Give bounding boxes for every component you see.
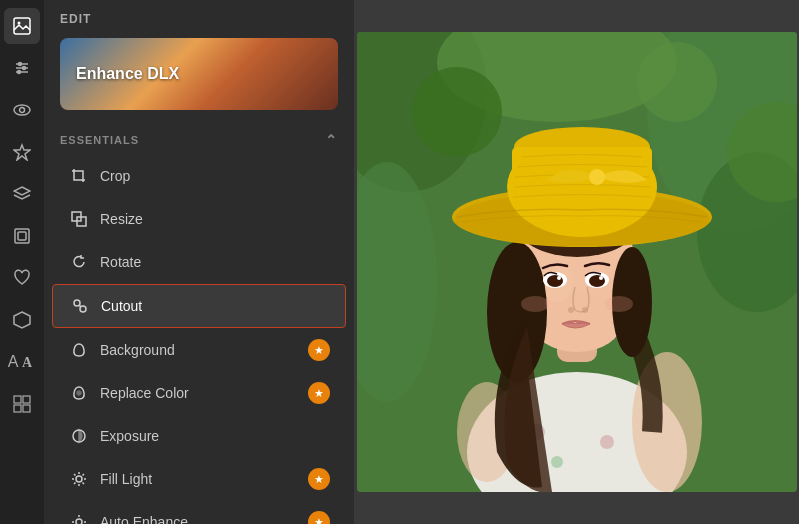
menu-item-auto-enhance[interactable]: Auto Enhance ★ (52, 501, 346, 524)
rotate-label: Rotate (100, 254, 330, 270)
svg-point-9 (20, 108, 25, 113)
svg-point-36 (76, 519, 82, 524)
resize-icon (68, 208, 90, 230)
svg-rect-19 (23, 405, 30, 412)
svg-marker-14 (14, 312, 30, 328)
crop-icon (68, 165, 90, 187)
menu-item-cutout[interactable]: Cutout (52, 284, 346, 328)
svg-line-33 (83, 483, 85, 485)
svg-point-69 (589, 169, 605, 185)
enhance-dlx-card[interactable]: Enhance DLX (60, 38, 338, 110)
sidebar-item-texture[interactable] (4, 386, 40, 422)
svg-point-76 (568, 307, 574, 313)
svg-point-7 (18, 71, 21, 74)
auto-enhance-icon (68, 511, 90, 524)
replace-color-label: Replace Color (100, 385, 308, 401)
background-label: Background (100, 342, 308, 358)
crop-label: Crop (100, 168, 330, 184)
replace-color-icon (68, 382, 90, 404)
menu-item-exposure[interactable]: Exposure (52, 415, 346, 457)
essentials-label: ESSENTIALS (60, 134, 139, 146)
menu-item-rotate[interactable]: Rotate (52, 241, 346, 283)
sidebar-item-image[interactable] (4, 8, 40, 44)
svg-line-24 (79, 305, 81, 307)
menu-item-fill-light[interactable]: Fill Light ★ (52, 458, 346, 500)
svg-point-78 (521, 296, 549, 312)
svg-rect-13 (18, 232, 26, 240)
auto-enhance-label: Auto Enhance (100, 514, 308, 524)
sidebar-item-layers[interactable] (4, 176, 40, 212)
sidebar-item-shape[interactable] (4, 302, 40, 338)
svg-text:A: A (22, 355, 33, 370)
svg-line-32 (74, 474, 76, 476)
sidebar-item-adjust[interactable] (4, 50, 40, 86)
menu-item-resize[interactable]: Resize (52, 198, 346, 240)
exposure-icon (68, 425, 90, 447)
menu-item-background[interactable]: Background ★ (52, 329, 346, 371)
svg-point-47 (637, 42, 717, 122)
svg-rect-17 (23, 396, 30, 403)
menu-items-list: Crop Resize Rotate Cutout (44, 154, 354, 524)
fill-light-icon (68, 468, 90, 490)
sidebar-item-heart[interactable] (4, 260, 40, 296)
edit-panel: EDIT Enhance DLX ESSENTIALS ⌃ Crop Resiz… (44, 0, 354, 524)
svg-point-49 (412, 67, 502, 157)
svg-point-25 (77, 391, 81, 395)
photo-display (357, 32, 797, 492)
svg-point-79 (605, 296, 633, 312)
svg-rect-18 (14, 405, 21, 412)
exposure-label: Exposure (100, 428, 330, 444)
essentials-section-header[interactable]: ESSENTIALS ⌃ (44, 126, 354, 154)
sidebar-item-view[interactable] (4, 92, 40, 128)
photo-container (357, 32, 797, 492)
svg-point-52 (551, 456, 563, 468)
svg-point-6 (23, 67, 26, 70)
cutout-icon (69, 295, 91, 317)
fill-light-label: Fill Light (100, 471, 308, 487)
enhance-dlx-label: Enhance DLX (76, 65, 179, 83)
rotate-icon (68, 251, 90, 273)
main-content (354, 0, 799, 524)
resize-label: Resize (100, 211, 330, 227)
essentials-chevron-icon: ⌃ (325, 132, 338, 148)
svg-point-8 (14, 105, 30, 115)
svg-point-77 (582, 307, 588, 313)
svg-point-74 (557, 276, 561, 280)
svg-rect-12 (15, 229, 29, 243)
svg-point-53 (600, 435, 614, 449)
cutout-label: Cutout (101, 298, 329, 314)
background-icon (68, 339, 90, 361)
svg-marker-10 (14, 145, 30, 160)
replace-color-star-badge: ★ (308, 382, 330, 404)
svg-marker-11 (14, 187, 30, 195)
svg-point-75 (599, 276, 603, 280)
svg-line-35 (74, 483, 76, 485)
menu-item-crop[interactable]: Crop (52, 155, 346, 197)
svg-rect-16 (14, 396, 21, 403)
icon-bar: A A (0, 0, 44, 524)
svg-point-27 (76, 476, 82, 482)
svg-point-5 (19, 63, 22, 66)
svg-line-34 (83, 474, 85, 476)
background-star-badge: ★ (308, 339, 330, 361)
panel-header: EDIT (44, 0, 354, 34)
svg-rect-0 (14, 18, 30, 34)
sidebar-item-favorites[interactable] (4, 134, 40, 170)
sidebar-item-frame[interactable] (4, 218, 40, 254)
menu-item-replace-color[interactable]: Replace Color ★ (52, 372, 346, 414)
auto-enhance-star-badge: ★ (308, 511, 330, 524)
fill-light-star-badge: ★ (308, 468, 330, 490)
sidebar-item-text[interactable]: A A (4, 344, 40, 380)
